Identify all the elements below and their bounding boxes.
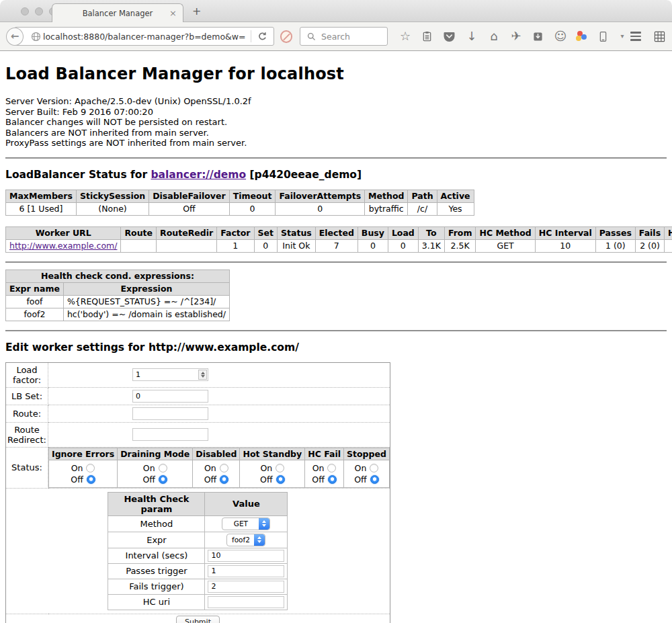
bookmark-star-icon[interactable]: ☆ [398,30,412,43]
status-cell: Init Ok [278,239,316,252]
set-cell: 0 [254,239,277,252]
close-tab-icon[interactable]: × [169,8,177,18]
method-select[interactable]: GET [222,517,270,530]
tab-balancer-manager[interactable]: Balancer Manager × [52,3,183,22]
route-input[interactable] [132,407,208,420]
stopped-on-radio[interactable] [370,464,378,472]
form-row: Route: [6,405,390,422]
status-label: Status: [6,447,48,488]
column-header: HC Fail [305,448,344,460]
page-content: Load Balancer Manager for localhost Serv… [0,65,672,623]
column-header: HC uri [665,226,672,239]
feedback-smiley-icon[interactable]: ☺ [554,30,567,43]
back-icon: ← [11,30,19,42]
passes-input[interactable] [208,565,284,577]
disabled-off-radio[interactable] [220,475,228,484]
route-redirect-input[interactable] [132,428,208,441]
expr-select[interactable]: foof2 [226,534,265,546]
column-header: Method [365,190,408,202]
radio-label: On [355,463,367,473]
balancer-demo-link[interactable]: balancer://demo [151,169,246,181]
expr-name-cell: foof2 [6,308,64,321]
submit-button[interactable]: Submit [176,616,220,623]
hc-fail-off-radio[interactable] [328,475,337,484]
radio-label: On [312,463,325,473]
send-tab-icon[interactable]: ✈ [509,30,523,43]
radio-label: On [143,463,155,473]
form-row: Route Redirect: [6,422,390,447]
hc-uri-cell [665,239,672,252]
column-header: Fails [635,226,664,239]
radio-label: On [204,463,216,473]
hot-standby-off-radio[interactable] [276,475,285,484]
worker-status-table: Worker URL Route RouteRedir Factor Set S… [5,226,672,253]
number-stepper[interactable] [198,370,207,380]
fails-param-label: Fails trigger) [108,579,205,594]
column-header: HC Interval [535,226,595,239]
close-window-button[interactable] [21,7,29,15]
bookmarks-clipboard-icon[interactable] [421,30,434,43]
column-header: Health Check param [108,492,205,515]
device-sync-icon[interactable] [597,30,610,43]
column-header: FailoverAttempts [276,190,365,202]
column-header: Hot Standby [240,448,305,460]
hot-standby-on-radio[interactable] [276,464,284,472]
column-header: Busy [358,226,388,239]
fails-input[interactable] [208,581,284,593]
tab-title: Balancer Manager [83,9,153,18]
method-param-label: Method [108,515,205,532]
search-input[interactable] [321,32,382,42]
expr-table-title: Health check cond. expressions: [6,269,230,282]
menu-icon[interactable] [629,30,642,43]
radio-label: Off [204,474,216,485]
pocket-icon[interactable] [443,30,456,43]
new-tab-button[interactable]: + [192,5,201,17]
expr-name-cell: foof [6,295,64,308]
ignore-errors-on-radio[interactable] [86,464,95,472]
load-factor-input[interactable] [132,368,208,381]
hc-uri-input[interactable] [208,596,284,608]
home-icon[interactable]: ⌂ [487,30,501,43]
disabled-on-radio[interactable] [220,464,228,472]
url-bar[interactable]: localhost:8880/balancer-manager?b=demo&w… [14,27,274,46]
divider [5,261,667,263]
globe-icon[interactable] [30,30,43,43]
reload-icon[interactable] [256,30,269,43]
health-check-params-table: Health Check param Value Method GET Expr [108,492,288,610]
blocked-content-icon[interactable] [280,30,292,43]
hc-fail-on-radio[interactable] [327,464,336,472]
table-row: Method GET [108,515,288,532]
back-button[interactable]: ← [6,28,24,46]
lb-set-label: LB Set: [6,387,48,405]
selected-value: GET [222,518,259,530]
url-text[interactable]: localhost:8880/balancer-manager?b=demo&w… [43,32,246,42]
radio-label: On [260,463,272,473]
elected-cell: 7 [315,239,358,252]
column-header: Timeout [229,190,276,202]
balancer-status-table: MaxMembers StickySession DisableFailover… [5,190,474,216]
save-to-device-icon[interactable] [532,30,545,43]
column-header: Route [121,226,157,239]
draining-mode-on-radio[interactable] [159,464,167,472]
disable-failover-cell: Off [149,202,229,215]
downloads-icon[interactable]: ↓ [465,30,478,43]
column-header: StickySession [76,190,149,202]
worker-url-link[interactable]: http://www.example.com/ [9,241,117,251]
table-row: Interval (secs) [108,548,288,563]
minimize-window-button[interactable] [35,7,43,15]
interval-input[interactable] [208,550,284,562]
route-label: Route: [6,405,48,422]
column-header: DisableFailover [149,190,229,202]
load-factor-label: Load factor: [6,362,48,387]
titlebar: Balancer Manager × + [0,0,672,22]
chevron-down-icon[interactable]: ▾ [616,30,629,43]
column-header: To [418,226,444,239]
tile-grid-icon[interactable] [653,30,666,43]
draining-mode-off-radio[interactable] [159,475,167,484]
stopped-off-radio[interactable] [370,475,379,484]
search-box[interactable] [300,27,388,46]
lb-set-input[interactable] [132,390,208,403]
ignore-errors-off-radio[interactable] [87,475,95,484]
extension-colors-icon[interactable] [576,30,588,42]
select-stepper-icon [259,518,269,530]
